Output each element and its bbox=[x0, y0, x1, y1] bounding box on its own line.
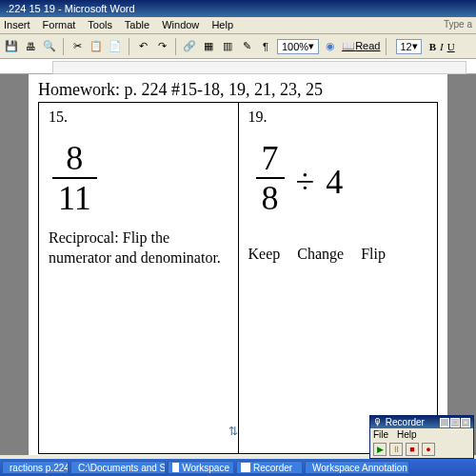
paste-icon[interactable]: 📄 bbox=[108, 39, 123, 54]
separator bbox=[63, 38, 64, 55]
problem-description: Reciprocal: Flip the numerator and denom… bbox=[49, 228, 228, 268]
undo-icon[interactable]: ↶ bbox=[135, 39, 150, 54]
problem-number: 19. bbox=[248, 109, 428, 126]
separator bbox=[175, 38, 176, 55]
recorder-menu: File Help bbox=[370, 428, 473, 441]
problem-19: 19. 7 8 ÷ 4 Keep Change Flip bbox=[239, 103, 438, 453]
numerator: 7 bbox=[256, 141, 285, 177]
cut-icon[interactable]: ✂ bbox=[69, 39, 85, 54]
menu-tools[interactable]: Tools bbox=[88, 19, 112, 30]
task-word[interactable]: ractions p.224 ... bbox=[2, 461, 69, 474]
ruler[interactable] bbox=[0, 59, 476, 74]
separator bbox=[386, 38, 387, 55]
task-recorder[interactable]: Recorder bbox=[236, 461, 303, 474]
document-area: Homework: p. 224 #15-18, 19, 21, 23, 25 … bbox=[0, 74, 476, 455]
menu-bar: Insert Format Tools Table Window Help bbox=[0, 17, 476, 34]
recorder-titlebar[interactable]: 🎙 Recorder _ □ × bbox=[370, 416, 473, 428]
operand: 4 bbox=[326, 162, 343, 202]
bold-button[interactable]: B bbox=[429, 41, 436, 52]
separator bbox=[129, 38, 129, 55]
print-icon[interactable]: 🖶 bbox=[23, 39, 38, 54]
maximize-button[interactable]: □ bbox=[450, 418, 460, 427]
recorder-window[interactable]: 🎙 Recorder _ □ × File Help ▶ ⏸ ■ ● bbox=[369, 415, 474, 459]
kcf-keep: Keep bbox=[248, 246, 281, 263]
redo-icon[interactable]: ↷ bbox=[154, 39, 169, 54]
numerator: 8 bbox=[60, 141, 89, 177]
kcf-change: Change bbox=[297, 246, 344, 263]
paragraph-icon[interactable]: ¶ bbox=[258, 39, 273, 54]
menu-format[interactable]: Format bbox=[43, 19, 76, 30]
play-button[interactable]: ▶ bbox=[373, 443, 387, 456]
denominator: 8 bbox=[256, 177, 285, 215]
search-hint[interactable]: Type a bbox=[444, 19, 472, 30]
window-titlebar: .224 15 19 - Microsoft Word bbox=[0, 0, 476, 17]
font-size-select[interactable]: 12 ▾ bbox=[396, 39, 421, 54]
denominator: 11 bbox=[52, 177, 97, 215]
zoom-select[interactable]: 100% ▾ bbox=[277, 39, 319, 54]
columns-icon[interactable]: ▥ bbox=[220, 39, 235, 54]
recorder-title: 🎙 Recorder bbox=[373, 417, 425, 427]
menu-window[interactable]: Window bbox=[162, 19, 199, 30]
minimize-button[interactable]: _ bbox=[440, 418, 449, 427]
problem-15: 15. 8 11 Reciprocal: Flip the numerator … bbox=[39, 103, 239, 453]
keep-change-flip: Keep Change Flip bbox=[248, 246, 428, 263]
homework-title: Homework: p. 224 #15-18, 19, 21, 23, 25 bbox=[38, 80, 438, 100]
link-icon[interactable]: 🔗 bbox=[182, 39, 197, 54]
problems-table: 15. 8 11 Reciprocal: Flip the numerator … bbox=[38, 102, 438, 454]
recorder-icon bbox=[241, 463, 250, 472]
taskbar: ractions p.224 ... C:\Documents and Sett… bbox=[0, 459, 476, 476]
italic-button[interactable]: I bbox=[440, 41, 444, 52]
problem-number: 15. bbox=[49, 109, 228, 126]
copy-icon[interactable]: 📋 bbox=[89, 39, 104, 54]
recorder-window-controls: _ □ × bbox=[440, 418, 470, 427]
drawing-icon[interactable]: ✎ bbox=[239, 39, 254, 54]
kcf-flip: Flip bbox=[361, 246, 386, 263]
underline-button[interactable]: U bbox=[447, 41, 455, 52]
recorder-help-menu[interactable]: Help bbox=[397, 429, 417, 440]
menu-help[interactable]: Help bbox=[211, 19, 233, 30]
read-button[interactable]: 📖Read bbox=[342, 40, 380, 52]
menu-table[interactable]: Table bbox=[125, 19, 149, 30]
workspace-icon bbox=[172, 463, 179, 472]
task-explorer[interactable]: C:\Documents and Setti... bbox=[70, 461, 166, 474]
recorder-file-menu[interactable]: File bbox=[373, 429, 388, 440]
pause-button[interactable]: ⏸ bbox=[389, 443, 403, 456]
toolbar: 💾 🖶 🔍 ✂ 📋 📄 ↶ ↷ 🔗 ▦ ▥ ✎ ¶ 100% ▾ ◉ 📖Read… bbox=[0, 34, 476, 59]
table-icon[interactable]: ▦ bbox=[201, 39, 216, 54]
fraction-7-8: 7 8 bbox=[256, 141, 285, 215]
text-style: B I U bbox=[429, 41, 455, 52]
help-icon[interactable]: ◉ bbox=[323, 39, 338, 54]
menu-insert[interactable]: Insert bbox=[4, 19, 30, 30]
recorder-controls: ▶ ⏸ ■ ● bbox=[370, 441, 473, 458]
close-button[interactable]: × bbox=[461, 418, 470, 427]
divide-sign: ÷ bbox=[296, 162, 315, 202]
page[interactable]: Homework: p. 224 #15-18, 19, 21, 23, 25 … bbox=[29, 74, 447, 455]
window-title: .224 15 19 - Microsoft Word bbox=[6, 3, 135, 14]
task-annotation[interactable]: Workspace Annotation - ... bbox=[305, 461, 409, 474]
save-icon[interactable]: 💾 bbox=[4, 39, 19, 54]
expression: 7 8 ÷ 4 bbox=[252, 135, 428, 228]
stop-button[interactable]: ■ bbox=[406, 443, 419, 456]
task-workspace[interactable]: Workspace bbox=[168, 461, 234, 474]
fraction-8-11: 8 11 bbox=[52, 141, 97, 215]
record-button[interactable]: ● bbox=[422, 443, 435, 456]
preview-icon[interactable]: 🔍 bbox=[42, 39, 57, 54]
split-handle-icon[interactable]: ⇅ bbox=[228, 425, 238, 438]
